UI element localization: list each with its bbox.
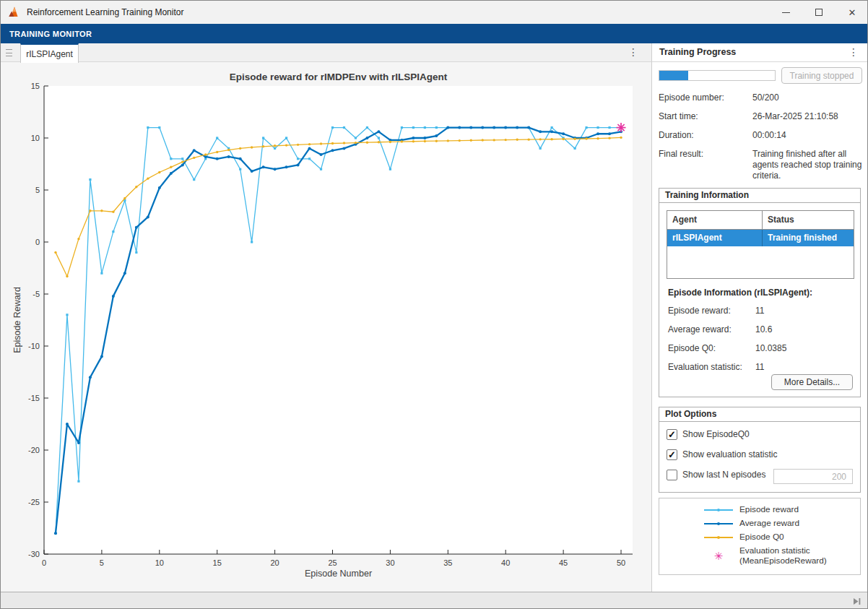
series-marker (424, 126, 426, 129)
progress-field-row: Duration:00:00:14 (659, 130, 864, 141)
checkbox-checked[interactable] (667, 449, 677, 460)
series-marker (227, 149, 230, 151)
series-marker (505, 139, 507, 141)
series-marker (89, 178, 91, 181)
series-marker (412, 126, 415, 129)
episode-info-field-value: 11 (755, 306, 856, 316)
tabbar: rILSPIAgent ⋮ (1, 43, 651, 62)
series-marker (596, 137, 599, 139)
checkbox-unchecked[interactable] (667, 470, 677, 480)
series-marker (147, 177, 149, 179)
agent-table: Agent Status rILSPIAgent Training finish… (667, 210, 854, 279)
series-marker (54, 532, 57, 535)
series-marker (158, 186, 161, 189)
series-marker (366, 141, 368, 143)
tabbar-menu-icon[interactable]: ⋮ (628, 47, 638, 57)
series-marker (54, 251, 56, 254)
series-marker (435, 126, 438, 129)
series-marker (285, 144, 287, 146)
progress-field-label: Episode number: (659, 92, 752, 103)
series-marker (170, 166, 172, 168)
app-window: Reinforcement Learning Training Monitor … (0, 0, 868, 609)
series-marker (550, 130, 553, 133)
series-marker (181, 163, 184, 166)
series-marker (492, 126, 495, 129)
series-marker (342, 147, 345, 150)
series-marker (608, 137, 610, 139)
series-marker (620, 137, 622, 139)
panel-menu-icon[interactable]: ⋮ (849, 47, 859, 57)
series-marker (89, 210, 91, 212)
series-marker (389, 168, 391, 170)
matlab-logo-icon (8, 6, 21, 19)
series-marker (193, 157, 195, 159)
series-marker (470, 139, 472, 142)
series-marker (585, 126, 587, 129)
reward-chart: 05101520253035404550-30-25-20-15-10-5051… (1, 62, 651, 592)
legend-marker-dot (717, 522, 720, 525)
series-marker (181, 157, 183, 160)
series-marker (297, 157, 299, 160)
series-marker (331, 149, 334, 152)
progress-field-label: Duration: (659, 130, 752, 141)
legend-marker-dot (717, 509, 720, 511)
checkbox-checked[interactable] (667, 429, 677, 440)
y-tick-label: 5 (35, 186, 40, 194)
episode-info-fields: Episode reward:11Average reward:10.6Epis… (668, 306, 856, 381)
more-details-button[interactable]: More Details... (771, 374, 853, 390)
skip-to-end-icon[interactable] (852, 597, 862, 606)
last-n-episodes-input[interactable] (773, 469, 853, 484)
series-marker (308, 143, 311, 145)
episode-info-field-value: 10.0385 (755, 343, 856, 354)
y-tick-label: -5 (32, 290, 40, 298)
minimize-icon (782, 12, 790, 13)
close-button[interactable]: ✕ (836, 1, 868, 24)
legend-label: Evaluation statistic (MeanEpisodeReward) (739, 546, 827, 566)
ribbon-tab-training-monitor[interactable]: TRAINING MONITOR (1, 24, 100, 43)
series-marker (527, 126, 530, 129)
series-marker (424, 140, 426, 142)
series-marker (123, 272, 126, 275)
series-marker (147, 215, 149, 218)
episode-info-field-row: Evaluation statistic:11 (668, 362, 856, 373)
series-marker (458, 126, 461, 129)
titlebar: Reinforcement Learning Training Monitor … (1, 1, 868, 24)
series-marker (112, 295, 115, 298)
maximize-button[interactable] (802, 1, 836, 24)
series-marker (262, 145, 264, 147)
progress-field-value: 50/200 (752, 92, 864, 103)
series-marker (297, 144, 299, 146)
legend-marker-dot (717, 536, 720, 539)
series-marker (274, 168, 277, 170)
series-marker (66, 275, 68, 277)
series-marker (320, 142, 322, 144)
episode-info-field-row: Episode reward:11 (668, 306, 856, 316)
series-marker (320, 153, 323, 156)
episode-info-field-label: Average reward: (668, 324, 755, 335)
agent-table-row[interactable]: rILSPIAgent Training finished (667, 230, 854, 246)
panel-title: Training Progress (659, 47, 736, 57)
x-tick-label: 0 (42, 558, 46, 567)
series-marker (112, 211, 114, 213)
plot-options-title: Plot Options (659, 407, 860, 422)
training-stopped-button[interactable]: Training stopped (781, 67, 862, 84)
agent-cell: rILSPIAgent (667, 230, 763, 246)
series-marker (251, 170, 253, 173)
tab-rilspiagent[interactable]: rILSPIAgent (20, 43, 79, 63)
series-marker (135, 226, 138, 229)
close-icon: ✕ (849, 8, 856, 17)
series-marker (100, 272, 103, 275)
legend-label: Episode reward (739, 505, 799, 515)
series-marker (585, 137, 587, 139)
series-marker (447, 139, 449, 142)
series-marker (193, 178, 195, 181)
minimize-button[interactable] (769, 1, 802, 24)
y-tick-label: 10 (31, 134, 40, 142)
tab-drag-handle-icon[interactable] (6, 48, 14, 58)
y-tick-label: -15 (28, 394, 40, 402)
series-marker (446, 126, 449, 129)
episode-info-field-row: Episode Q0:10.0385 (668, 343, 856, 354)
series-marker (100, 210, 103, 212)
series-marker (365, 137, 368, 139)
training-information-box: Training Information Agent Status rILSPI… (659, 188, 861, 397)
